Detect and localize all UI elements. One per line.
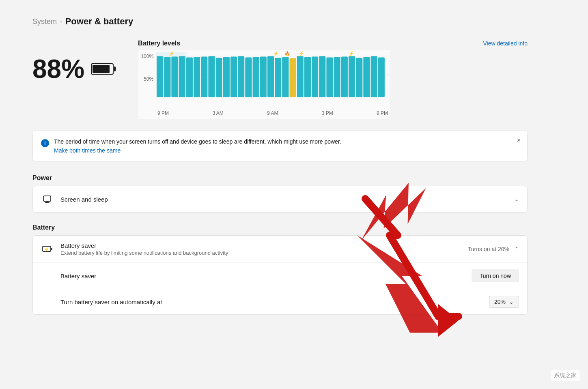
info-banner: i The period of time when your screen tu… bbox=[32, 131, 528, 161]
svg-rect-14 bbox=[223, 57, 230, 97]
y-label-50: 50% bbox=[138, 76, 153, 82]
screen-sleep-label: Screen and sleep bbox=[60, 196, 514, 203]
battery-percentage: 88% bbox=[32, 56, 84, 82]
battery-settings-card: ⚡ Battery saver Extend battery life by l… bbox=[32, 235, 528, 315]
svg-text:⚡: ⚡ bbox=[44, 247, 49, 252]
battery-saver-value: Turns on at 20% bbox=[468, 246, 509, 252]
breadcrumb: System › Power & battery bbox=[32, 16, 528, 27]
svg-rect-16 bbox=[238, 56, 244, 97]
battery-saver-row-label: Battery saver bbox=[60, 273, 96, 279]
breadcrumb-chevron-icon: › bbox=[60, 18, 62, 25]
x-label-9am: 9 AM bbox=[267, 110, 278, 116]
battery-saver-chevron-icon: ⌃ bbox=[514, 246, 519, 252]
screen-and-sleep-row[interactable]: Screen and sleep ⌄ bbox=[33, 186, 527, 212]
breadcrumb-system[interactable]: System bbox=[32, 17, 57, 26]
svg-rect-10 bbox=[194, 57, 200, 97]
svg-rect-36 bbox=[363, 57, 370, 97]
auto-percent-value: 20% bbox=[494, 299, 506, 305]
battery-saver-content: Battery saver Extend battery life by lim… bbox=[60, 242, 468, 256]
svg-text:⚡: ⚡ bbox=[169, 51, 174, 56]
info-banner-text: The period of time when your screen turn… bbox=[54, 138, 341, 145]
svg-rect-42 bbox=[45, 202, 50, 203]
svg-rect-8 bbox=[179, 56, 185, 97]
battery-saver-subtitle: Extend battery life by limiting some not… bbox=[60, 250, 468, 256]
svg-rect-44 bbox=[51, 248, 52, 250]
battery-saver-title: Battery saver bbox=[60, 242, 468, 249]
svg-rect-41 bbox=[45, 202, 49, 202]
auto-battery-row: Turn battery saver on automatically at 2… bbox=[33, 289, 527, 314]
info-icon: i bbox=[41, 139, 49, 147]
power-section-title: Power bbox=[32, 174, 528, 182]
svg-rect-31 bbox=[326, 57, 333, 97]
svg-rect-18 bbox=[253, 57, 259, 97]
svg-rect-21 bbox=[275, 58, 281, 97]
svg-rect-11 bbox=[201, 56, 207, 97]
svg-rect-26 bbox=[290, 58, 296, 97]
info-banner-close-button[interactable]: × bbox=[517, 137, 521, 144]
battery-chart-area: Battery levels View detailed info 100% 5… bbox=[138, 40, 528, 119]
battery-icon bbox=[91, 63, 114, 75]
svg-rect-13 bbox=[216, 58, 222, 97]
svg-rect-22 bbox=[282, 57, 289, 97]
svg-rect-40 bbox=[43, 196, 51, 201]
x-label-3pm: 3 PM bbox=[322, 110, 333, 116]
svg-rect-38 bbox=[378, 57, 385, 97]
x-label-3am: 3 AM bbox=[212, 110, 223, 116]
svg-rect-19 bbox=[260, 56, 267, 97]
battery-chart: 100% 50% ⚡ bbox=[138, 50, 390, 119]
battery-section-title: Battery bbox=[32, 224, 528, 231]
svg-rect-29 bbox=[312, 56, 318, 97]
screen-sleep-content: Screen and sleep bbox=[60, 196, 514, 203]
svg-rect-20 bbox=[267, 56, 274, 97]
svg-rect-28 bbox=[304, 57, 311, 97]
battery-saver-row[interactable]: ⚡ Battery saver Extend battery life by l… bbox=[33, 236, 527, 263]
chart-title: Battery levels bbox=[138, 40, 180, 47]
svg-rect-5 bbox=[157, 56, 163, 97]
svg-rect-35 bbox=[356, 58, 362, 97]
battery-saver-icon: ⚡ bbox=[41, 243, 54, 256]
svg-rect-15 bbox=[230, 56, 237, 97]
battery-saver-right: Turns on at 20% ⌃ bbox=[468, 246, 519, 252]
svg-rect-17 bbox=[245, 57, 252, 97]
turn-battery-label: Turn battery saver on automatically at bbox=[60, 299, 162, 305]
screen-sleep-right: ⌄ bbox=[514, 196, 519, 202]
svg-text:🔥: 🔥 bbox=[284, 51, 290, 56]
x-label-9pm: 9 PM bbox=[157, 110, 169, 116]
svg-text:⚡: ⚡ bbox=[349, 51, 354, 56]
svg-text:⚡: ⚡ bbox=[299, 51, 304, 56]
make-both-same-link[interactable]: Make both times the same bbox=[54, 147, 341, 154]
screen-sleep-icon bbox=[41, 193, 54, 206]
battery-saver-expanded-row: Battery saver Turn on now bbox=[33, 263, 527, 289]
svg-rect-34 bbox=[349, 56, 355, 97]
svg-rect-30 bbox=[319, 56, 325, 97]
svg-rect-33 bbox=[341, 56, 348, 97]
svg-rect-6 bbox=[164, 57, 170, 97]
svg-rect-12 bbox=[208, 56, 215, 97]
svg-rect-27 bbox=[297, 56, 304, 97]
screen-sleep-chevron-icon: ⌄ bbox=[514, 196, 519, 202]
auto-percent-dropdown[interactable]: 20% ⌄ bbox=[489, 296, 519, 308]
svg-text:⚡: ⚡ bbox=[273, 51, 279, 56]
power-settings-card: Screen and sleep ⌄ bbox=[32, 186, 528, 213]
battery-status-area: 88% bbox=[32, 56, 114, 82]
turn-on-now-button[interactable]: Turn on now bbox=[472, 269, 519, 282]
watermark: 系统之家 bbox=[551, 370, 580, 381]
svg-rect-32 bbox=[334, 57, 340, 97]
breadcrumb-current: Power & battery bbox=[65, 16, 134, 27]
dropdown-chevron-icon: ⌄ bbox=[509, 299, 514, 305]
y-label-100: 100% bbox=[138, 54, 153, 59]
svg-rect-9 bbox=[186, 57, 193, 97]
svg-rect-37 bbox=[371, 56, 377, 97]
x-label-9pm2: 9 PM bbox=[377, 110, 388, 116]
svg-rect-7 bbox=[171, 56, 178, 97]
info-content: The period of time when your screen turn… bbox=[54, 138, 341, 154]
battery-chart-svg: ⚡ bbox=[156, 50, 390, 107]
view-detailed-info-link[interactable]: View detailed info bbox=[483, 40, 528, 47]
